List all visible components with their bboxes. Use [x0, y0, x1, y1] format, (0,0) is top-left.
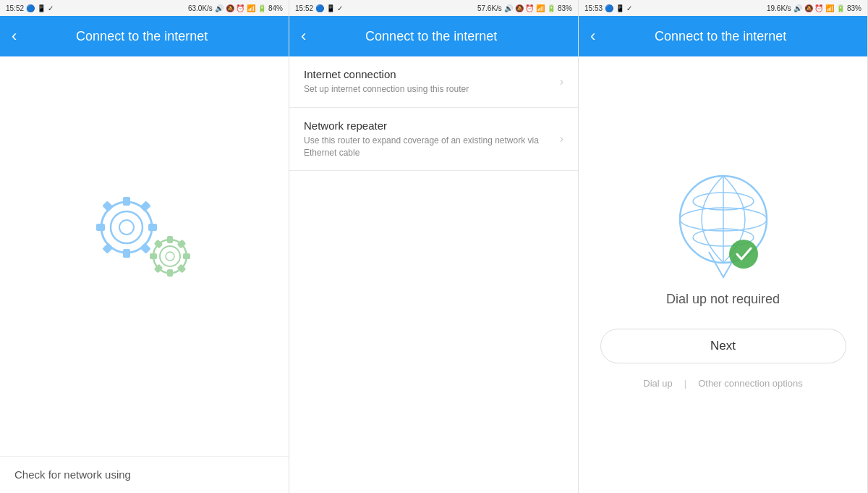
app-icons-3: 🔵 📱 ✓ [605, 4, 632, 12]
status-bar-3: 15:53 🔵 📱 ✓ 19.6K/s 🔊 🔕 ⏰ 📶 🔋 83% [579, 0, 867, 16]
panel1-bottom: Check for network using [0, 456, 289, 493]
status-left-2: 15:52 🔵 📱 ✓ [295, 4, 343, 12]
next-button[interactable]: Next [600, 329, 846, 363]
menu-item-internet-title: Internet connection [304, 68, 553, 80]
links-divider: | [684, 378, 686, 389]
back-button-2[interactable]: ‹ [301, 28, 306, 44]
status-right-1: 63.0K/s 🔊 🔕 ⏰ 📶 🔋 84% [188, 4, 283, 12]
speed-3: 19.6K/s [767, 4, 791, 12]
speed-2: 57.6K/s [477, 4, 502, 12]
menu-item-internet[interactable]: Internet connection Set up internet conn… [289, 56, 578, 108]
svg-rect-17 [150, 253, 157, 259]
menu-item-repeater[interactable]: Network repeater Use this router to expa… [289, 108, 578, 172]
check-network-text: Check for network using [14, 468, 131, 481]
other-connection-link[interactable]: Other connection options [698, 378, 803, 389]
menu-item-internet-desc: Set up internet connection using this ro… [304, 83, 553, 96]
status-bar-1: 15:52 🔵 📱 ✓ 63.0K/s 🔊 🔕 ⏰ 📶 🔋 84% [0, 0, 289, 16]
globe-illustration [665, 161, 781, 277]
menu-item-repeater-text: Network repeater Use this router to expa… [304, 119, 553, 159]
header-title-1: Connect to the internet [28, 29, 255, 44]
svg-point-1 [111, 211, 142, 243]
svg-rect-10 [102, 243, 114, 254]
globe-section: Dial up not required Next Dial up | Othe… [579, 56, 867, 493]
globe-svg [665, 161, 781, 285]
gears-svg [87, 184, 203, 300]
app-icons-1: 🔵 📱 ✓ [26, 4, 54, 12]
time-1: 15:52 [6, 4, 24, 12]
svg-rect-14 [167, 236, 173, 243]
svg-point-12 [160, 246, 180, 266]
battery-pct-3: 83% [847, 4, 861, 12]
panel-3: 15:53 🔵 📱 ✓ 19.6K/s 🔊 🔕 ⏰ 📶 🔋 83% ‹ Conn… [579, 0, 868, 493]
menu-item-repeater-desc: Use this router to expand coverage of an… [304, 135, 553, 159]
speed-1: 63.0K/s [188, 4, 213, 12]
status-right-2: 57.6K/s 🔊 🔕 ⏰ 📶 🔋 83% [477, 4, 572, 12]
dial-up-link[interactable]: Dial up [643, 378, 672, 389]
status-bar-2: 15:52 🔵 📱 ✓ 57.6K/s 🔊 🔕 ⏰ 📶 🔋 83% [289, 0, 578, 16]
panel-2: 15:52 🔵 📱 ✓ 57.6K/s 🔊 🔕 ⏰ 📶 🔋 83% ‹ Conn… [289, 0, 579, 493]
svg-point-13 [166, 252, 174, 261]
battery-pct-1: 84% [268, 4, 283, 12]
svg-rect-4 [123, 249, 130, 258]
svg-rect-6 [96, 224, 105, 231]
status-left-3: 15:53 🔵 📱 ✓ [584, 4, 632, 12]
menu-item-repeater-title: Network repeater [304, 119, 553, 132]
svg-rect-16 [183, 253, 190, 259]
dial-up-not-required: Dial up not required [666, 292, 780, 307]
icons-2: 🔊 🔕 ⏰ 📶 🔋 [504, 4, 556, 12]
svg-rect-3 [123, 197, 130, 206]
gears-illustration [87, 184, 203, 300]
chevron-right-internet: › [560, 75, 563, 88]
panel-1: 15:52 🔵 📱 ✓ 63.0K/s 🔊 🔕 ⏰ 📶 🔋 84% ‹ Conn… [0, 0, 289, 493]
menu-item-internet-text: Internet connection Set up internet conn… [304, 68, 553, 96]
svg-rect-5 [148, 224, 157, 231]
svg-rect-8 [102, 201, 114, 212]
icons-1: 🔊 🔕 ⏰ 📶 🔋 [215, 4, 266, 12]
bottom-links: Dial up | Other connection options [643, 378, 802, 389]
time-2: 15:52 [295, 4, 313, 12]
panel1-content [0, 56, 289, 456]
icons-3: 🔊 🔕 ⏰ 📶 🔋 [793, 4, 845, 12]
svg-point-27 [729, 240, 758, 269]
status-left-1: 15:52 🔵 📱 ✓ [6, 4, 54, 12]
battery-pct-2: 83% [558, 4, 572, 12]
svg-rect-7 [140, 201, 151, 212]
time-3: 15:53 [584, 4, 603, 12]
svg-rect-9 [140, 243, 151, 254]
header-1: ‹ Connect to the internet [0, 16, 289, 56]
back-button-1[interactable]: ‹ [12, 28, 17, 44]
header-3: ‹ Connect to the internet [579, 16, 867, 56]
chevron-right-repeater: › [560, 132, 563, 146]
svg-point-2 [119, 220, 134, 235]
menu-content: Internet connection Set up internet conn… [289, 56, 578, 493]
back-button-3[interactable]: ‹ [590, 28, 595, 44]
svg-rect-15 [167, 269, 173, 277]
status-right-3: 19.6K/s 🔊 🔕 ⏰ 📶 🔋 83% [767, 4, 861, 12]
header-title-2: Connect to the internet [318, 29, 545, 44]
header-title-3: Connect to the internet [607, 29, 834, 44]
header-2: ‹ Connect to the internet [289, 16, 578, 56]
app-icons-2: 🔵 📱 ✓ [315, 4, 343, 12]
